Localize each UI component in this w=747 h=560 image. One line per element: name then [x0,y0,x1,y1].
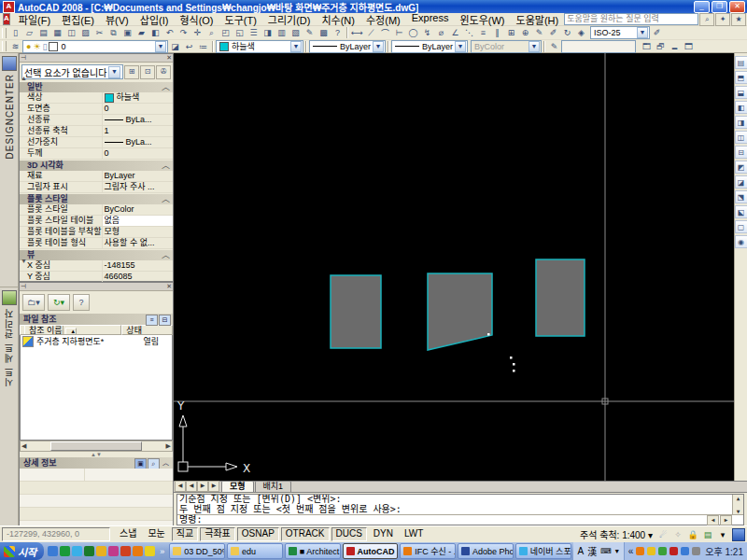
tray-4-icon[interactable] [681,547,689,555]
help-icon[interactable]: ? [73,294,90,311]
section-2[interactable]: 플롯 스타일︿ [20,194,173,204]
quick-dimension-icon[interactable]: ⋱ [462,27,476,39]
taskbar-task-5[interactable]: Adobe Phot... [458,543,514,559]
scroll-left-icon[interactable]: ◀ [21,442,26,450]
sw-isometric-icon[interactable]: ◩ [735,161,747,174]
layer-states-icon[interactable]: ≔ [196,40,210,52]
menu-9[interactable]: Express [406,12,455,27]
tray-1-icon[interactable] [647,547,655,555]
menu-3[interactable]: 삽입(I) [134,12,175,27]
properties-icon[interactable]: ☰ [247,27,261,39]
palette-collapse-icon[interactable]: ⊣ [21,54,26,62]
annotation-visibility-icon[interactable]: ☄ [656,528,669,540]
aligned-dimension-icon[interactable]: ⟋ [364,27,378,39]
layer-previous-icon[interactable]: ↩ [182,40,196,52]
quickcalc-icon[interactable]: ▩ [317,27,331,39]
toolbar-lock-icon[interactable]: 🔒 [686,528,699,540]
plot-preview-icon[interactable]: ◫ [64,27,78,39]
toggle-LWT[interactable]: LWT [400,527,428,541]
lineweight-dropdown[interactable]: ByLayer▼ [391,40,468,53]
start-button[interactable]: 시작 [0,542,44,560]
toggle-직교[interactable]: 직교 [172,527,198,541]
property-row[interactable]: X 중심-148155 [20,260,173,272]
undo-icon[interactable]: ↶ [162,27,176,39]
menu-5[interactable]: 도구(T) [219,12,262,27]
column-status[interactable]: 상태 [121,325,173,335]
style-field[interactable] [561,40,636,53]
ordinate-icon[interactable]: ⊢ [392,27,406,39]
tab-model[interactable]: 모형 [221,481,254,492]
palette-collapse-icon[interactable]: ⊣ [21,283,26,290]
menu-8[interactable]: 수정(M) [360,12,406,27]
tab-layout1[interactable]: 배치1 [255,481,292,492]
maximize-button[interactable]: ❐ [712,1,727,13]
property-row[interactable]: 색상하늘색 [20,92,173,104]
publish-icon[interactable]: ▨ [78,27,92,39]
previous-view-icon[interactable]: ◉ [735,235,747,248]
dimension-update-icon[interactable]: ↻ [560,27,574,39]
designcenter-icon[interactable]: ◨ [261,27,275,39]
quicklaunch-7-icon[interactable] [133,546,143,556]
xref-horizontal-scrollbar[interactable]: ◀ ▶ [20,441,173,452]
sidebar-tab-designcenter[interactable]: DESIGNCENTER [0,53,19,285]
angular-icon[interactable]: ∠ [448,27,462,39]
column-reference-name[interactable]: 참조 이름 ▲ [20,325,121,335]
quicklaunch-4-icon[interactable] [96,546,106,556]
refresh-icon[interactable]: ↻▾ [48,294,70,311]
toggle-DUCS[interactable]: DUCS [331,527,367,541]
xref-palette-titlebar[interactable]: ⊣ ✕ [20,283,173,291]
help-icon[interactable]: ? [331,27,345,39]
continue-icon[interactable]: ∥ [490,27,504,39]
tab-nav-0-icon[interactable]: ◀ [175,481,186,492]
palette-scroll-down-icon[interactable]: ▼ [21,258,27,264]
jogged-icon[interactable]: ↯ [420,27,434,39]
menu-1[interactable]: 편집(E) [56,12,100,27]
tab-nav-3-icon[interactable]: ▶ [208,481,219,492]
minimize-button[interactable]: _ [694,1,710,13]
toggle-pickadd-icon[interactable]: ⊞ [124,65,139,79]
quicklaunch-5-icon[interactable] [108,546,119,556]
arc-length-icon[interactable]: ⌒ [378,27,392,39]
menu-4[interactable]: 형식(O) [174,12,218,27]
menu-11[interactable]: 도움말(H) [511,12,565,27]
table-insert-icon[interactable]: 🗔 [640,40,654,52]
comm-center-icon[interactable]: ✦ [715,13,730,26]
front-view-icon[interactable]: ◫ [735,131,747,144]
zoom-previous-icon[interactable]: ◱ [233,27,247,39]
quicklaunch-0-icon[interactable] [48,546,58,556]
block-editor-icon[interactable]: ◧ [148,27,162,39]
quicklaunch-overflow-icon[interactable]: » [160,547,164,556]
help-search-input[interactable]: 도움말을 원하는 질문 입력 [564,13,698,25]
layer-dropdown[interactable]: ● ☀ ▯ 0▼ [22,40,168,53]
scroll-left-icon[interactable]: ◀ [707,515,719,525]
scrollbar-thumb[interactable] [50,441,142,451]
pan-icon[interactable]: ✛ [190,27,204,39]
zoom-realtime-icon[interactable]: ⌕ [204,27,218,39]
radius-icon[interactable]: ◯ [406,27,420,39]
taskbar-task-2[interactable]: ■ Architect ... [285,543,341,559]
xref-attach-icon[interactable]: 🗗 [654,40,668,52]
lang-hanja-icon[interactable]: 漢 [587,544,597,558]
se-isometric-icon[interactable]: ◪ [735,175,747,189]
center-mark-icon[interactable]: ⊕ [518,27,532,39]
ne-isometric-icon[interactable]: ⬔ [735,190,747,203]
sheetset-manager-icon[interactable]: ▧ [289,27,303,39]
taskbar-task-4[interactable]: IFC 수신 - ... [400,543,456,559]
tray-settings-icon[interactable]: ▤ [701,528,714,540]
parcel-left[interactable] [331,275,381,348]
dim-style-dropdown[interactable]: ISO-25▼ [590,26,650,39]
baseline-icon[interactable]: ≡ [476,27,490,39]
command-scrollbar[interactable]: ▲▼ [732,495,743,514]
cut-icon[interactable]: ✂ [92,27,106,39]
tray-3-icon[interactable] [669,547,678,555]
clock[interactable]: 오후 1:21 [705,544,743,558]
diameter-icon[interactable]: ⌀ [434,27,448,39]
favorites-icon[interactable]: ★ [731,13,746,26]
toolbar-grip[interactable] [2,28,7,38]
attach-dwg-icon[interactable]: 🗀▾ [22,294,45,311]
paste-icon[interactable]: ▣ [120,27,134,39]
language-bar[interactable]: A 漢 ⌨ ▾ [573,542,624,560]
dimension-style-icon[interactable]: ◈ [574,27,588,39]
property-row[interactable]: 플롯 스타일 테이블없음 [20,216,173,227]
parcel-middle[interactable] [428,273,492,350]
